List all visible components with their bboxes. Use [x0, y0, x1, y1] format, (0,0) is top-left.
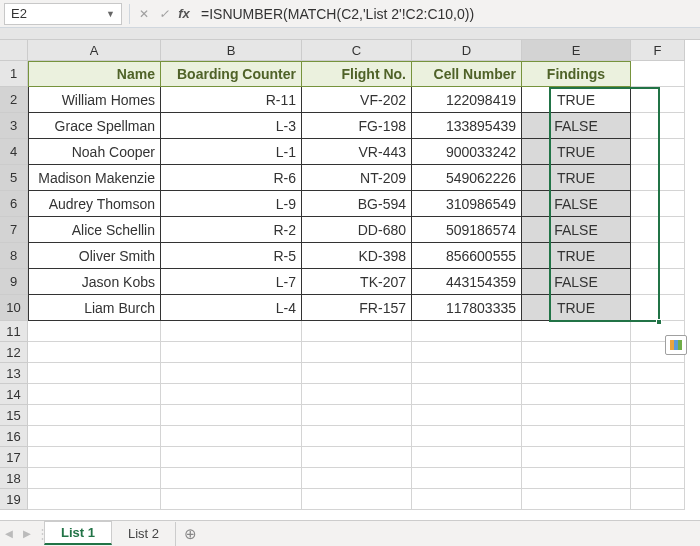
cell-empty[interactable] [302, 384, 412, 405]
cell-empty[interactable] [412, 342, 522, 363]
row-header[interactable]: 18 [0, 468, 28, 489]
cell-empty[interactable] [522, 468, 631, 489]
header-findings[interactable]: Findings [522, 61, 631, 87]
cell-empty[interactable] [631, 191, 685, 217]
row-header[interactable]: 11 [0, 321, 28, 342]
cell-empty[interactable] [412, 384, 522, 405]
row-header[interactable]: 13 [0, 363, 28, 384]
cell-empty[interactable] [28, 405, 161, 426]
col-header-F[interactable]: F [631, 40, 685, 61]
cell-empty[interactable] [412, 447, 522, 468]
header-name[interactable]: Name [28, 61, 161, 87]
quick-analysis-icon[interactable] [665, 335, 687, 355]
row-header[interactable]: 4 [0, 139, 28, 165]
cell-empty[interactable] [631, 384, 685, 405]
tab-nav-prev-icon[interactable]: ◄ [0, 526, 18, 541]
fx-icon[interactable]: fx [177, 6, 191, 21]
cell-empty[interactable] [161, 342, 302, 363]
cell-number[interactable]: 122098419 [412, 87, 522, 113]
cell-findings[interactable]: TRUE [522, 87, 631, 113]
row-header[interactable]: 3 [0, 113, 28, 139]
cell-number[interactable]: 900033242 [412, 139, 522, 165]
cell-empty[interactable] [302, 342, 412, 363]
cell-empty[interactable] [302, 405, 412, 426]
cell-empty[interactable] [631, 243, 685, 269]
cell-name[interactable]: Jason Kobs [28, 269, 161, 295]
row-header[interactable]: 17 [0, 447, 28, 468]
cell-empty[interactable] [412, 405, 522, 426]
cell-empty[interactable] [522, 426, 631, 447]
cell-flight[interactable]: DD-680 [302, 217, 412, 243]
cell-boarding[interactable]: L-3 [161, 113, 302, 139]
cell-name[interactable]: Grace Spellman [28, 113, 161, 139]
cell-empty[interactable] [161, 426, 302, 447]
cell-empty[interactable] [631, 113, 685, 139]
cell-empty[interactable] [631, 269, 685, 295]
cell-empty[interactable] [631, 468, 685, 489]
cell-number[interactable]: 856600555 [412, 243, 522, 269]
cell-flight[interactable]: NT-209 [302, 165, 412, 191]
cell-boarding[interactable]: L-1 [161, 139, 302, 165]
cell-empty[interactable] [631, 217, 685, 243]
fill-handle[interactable] [656, 319, 662, 325]
header-boarding[interactable]: Boarding Counter [161, 61, 302, 87]
cell-empty[interactable] [302, 321, 412, 342]
cell-flight[interactable]: VR-443 [302, 139, 412, 165]
add-sheet-icon[interactable]: ⊕ [176, 525, 204, 543]
col-header-D[interactable]: D [412, 40, 522, 61]
cell-empty[interactable] [28, 384, 161, 405]
cell-boarding[interactable]: L-9 [161, 191, 302, 217]
cell-empty[interactable] [28, 447, 161, 468]
cell-empty[interactable] [161, 468, 302, 489]
cell-empty[interactable] [28, 321, 161, 342]
cell-empty[interactable] [412, 468, 522, 489]
cell-empty[interactable] [631, 447, 685, 468]
cell-number[interactable]: 117803335 [412, 295, 522, 321]
name-box[interactable]: E2 ▼ [4, 3, 122, 25]
cell-empty[interactable] [302, 426, 412, 447]
cell-empty[interactable] [302, 447, 412, 468]
row-header[interactable]: 14 [0, 384, 28, 405]
cell-number[interactable]: 133895439 [412, 113, 522, 139]
col-header-E[interactable]: E [522, 40, 631, 61]
cell-empty[interactable] [28, 489, 161, 510]
cell-boarding[interactable]: R-11 [161, 87, 302, 113]
cell-boarding[interactable]: L-4 [161, 295, 302, 321]
cell-findings[interactable]: TRUE [522, 165, 631, 191]
cell-empty[interactable] [522, 363, 631, 384]
row-header[interactable]: 19 [0, 489, 28, 510]
row-header[interactable]: 8 [0, 243, 28, 269]
cell-boarding[interactable]: L-7 [161, 269, 302, 295]
cell-empty[interactable] [522, 447, 631, 468]
cancel-icon[interactable]: ✕ [137, 7, 151, 21]
cell-empty[interactable] [522, 342, 631, 363]
cell-number[interactable]: 509186574 [412, 217, 522, 243]
cell-name[interactable]: Oliver Smith [28, 243, 161, 269]
cell-empty[interactable] [412, 489, 522, 510]
cell-boarding[interactable]: R-6 [161, 165, 302, 191]
cell-empty[interactable] [631, 426, 685, 447]
cell-empty[interactable] [522, 321, 631, 342]
cell-empty[interactable] [631, 489, 685, 510]
header-cell-number[interactable]: Cell Number [412, 61, 522, 87]
cell-findings[interactable]: FALSE [522, 191, 631, 217]
cell-number[interactable]: 549062226 [412, 165, 522, 191]
cell-findings[interactable]: FALSE [522, 217, 631, 243]
cell-flight[interactable]: BG-594 [302, 191, 412, 217]
cell-name[interactable]: Audrey Thomson [28, 191, 161, 217]
cell-findings[interactable]: FALSE [522, 269, 631, 295]
cell-empty[interactable] [631, 363, 685, 384]
cell-name[interactable]: Noah Cooper [28, 139, 161, 165]
cell-flight[interactable]: KD-398 [302, 243, 412, 269]
cell-empty[interactable] [302, 468, 412, 489]
row-header[interactable]: 5 [0, 165, 28, 191]
chevron-down-icon[interactable]: ▼ [106, 9, 115, 19]
cell-empty[interactable] [631, 295, 685, 321]
row-header[interactable]: 10 [0, 295, 28, 321]
select-all-corner[interactable] [0, 40, 28, 61]
cell-name[interactable]: Madison Makenzie [28, 165, 161, 191]
cell-empty[interactable] [522, 384, 631, 405]
cell-empty[interactable] [631, 405, 685, 426]
cell-empty[interactable] [161, 489, 302, 510]
row-header[interactable]: 15 [0, 405, 28, 426]
